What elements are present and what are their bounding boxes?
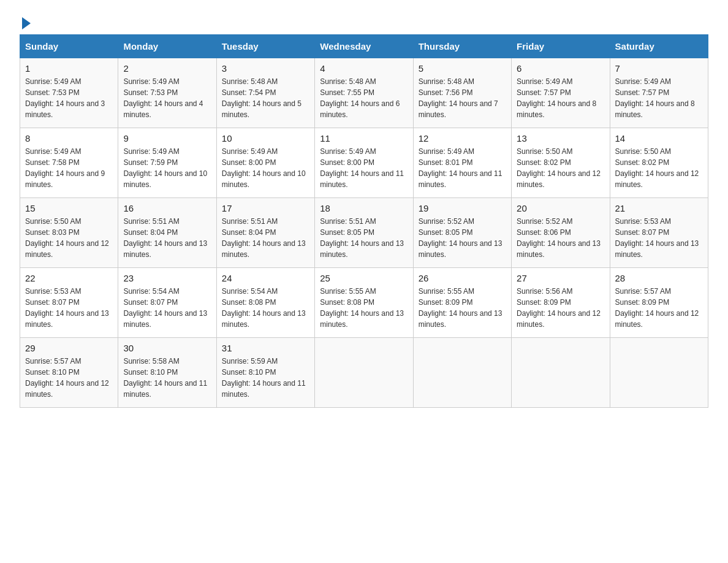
- calendar-cell: 21Sunrise: 5:53 AMSunset: 8:07 PMDayligh…: [610, 198, 708, 268]
- day-number: 5: [419, 63, 506, 74]
- day-info: Sunrise: 5:48 AMSunset: 7:55 PMDaylight:…: [320, 76, 408, 120]
- day-info: Sunrise: 5:55 AMSunset: 8:08 PMDaylight:…: [320, 286, 408, 330]
- day-number: 21: [615, 203, 703, 213]
- calendar-cell: 19Sunrise: 5:52 AMSunset: 8:05 PMDayligh…: [413, 198, 511, 268]
- calendar-cell: 17Sunrise: 5:51 AMSunset: 8:04 PMDayligh…: [216, 198, 314, 268]
- calendar-cell: [315, 338, 413, 408]
- day-number: 15: [25, 203, 113, 213]
- day-number: 8: [25, 133, 113, 144]
- calendar-cell: 28Sunrise: 5:57 AMSunset: 8:09 PMDayligh…: [610, 268, 708, 338]
- day-number: 27: [517, 273, 604, 283]
- day-number: 24: [222, 273, 309, 283]
- calendar-cell: 7Sunrise: 5:49 AMSunset: 7:57 PMDaylight…: [610, 58, 708, 128]
- day-number: 6: [517, 63, 604, 74]
- header-saturday: Saturday: [610, 35, 708, 58]
- day-info: Sunrise: 5:51 AMSunset: 8:04 PMDaylight:…: [222, 216, 309, 260]
- day-info: Sunrise: 5:48 AMSunset: 7:54 PMDaylight:…: [222, 76, 309, 120]
- header-sunday: Sunday: [20, 35, 118, 58]
- calendar-table: SundayMondayTuesdayWednesdayThursdayFrid…: [20, 34, 708, 408]
- day-number: 26: [419, 273, 506, 283]
- day-info: Sunrise: 5:49 AMSunset: 7:58 PMDaylight:…: [25, 146, 113, 190]
- day-info: Sunrise: 5:48 AMSunset: 7:56 PMDaylight:…: [419, 76, 506, 120]
- week-row-1: 1Sunrise: 5:49 AMSunset: 7:53 PMDaylight…: [20, 58, 708, 128]
- day-info: Sunrise: 5:51 AMSunset: 8:04 PMDaylight:…: [123, 216, 211, 260]
- calendar-cell: 30Sunrise: 5:58 AMSunset: 8:10 PMDayligh…: [118, 338, 216, 408]
- day-number: 16: [123, 203, 211, 213]
- calendar-cell: 16Sunrise: 5:51 AMSunset: 8:04 PMDayligh…: [118, 198, 216, 268]
- calendar-cell: 14Sunrise: 5:50 AMSunset: 8:02 PMDayligh…: [610, 128, 708, 198]
- day-number: 13: [517, 133, 604, 144]
- day-info: Sunrise: 5:57 AMSunset: 8:10 PMDaylight:…: [25, 356, 113, 400]
- calendar-cell: 12Sunrise: 5:49 AMSunset: 8:01 PMDayligh…: [413, 128, 511, 198]
- logo: [20, 15, 31, 27]
- calendar-cell: 10Sunrise: 5:49 AMSunset: 8:00 PMDayligh…: [216, 128, 314, 198]
- day-info: Sunrise: 5:52 AMSunset: 8:06 PMDaylight:…: [517, 216, 604, 260]
- calendar-cell: [413, 338, 511, 408]
- week-row-2: 8Sunrise: 5:49 AMSunset: 7:58 PMDaylight…: [20, 128, 708, 198]
- calendar-cell: [610, 338, 708, 408]
- day-info: Sunrise: 5:53 AMSunset: 8:07 PMDaylight:…: [25, 286, 113, 330]
- header-row: SundayMondayTuesdayWednesdayThursdayFrid…: [20, 35, 708, 58]
- day-info: Sunrise: 5:50 AMSunset: 8:03 PMDaylight:…: [25, 216, 113, 260]
- day-number: 1: [25, 63, 113, 74]
- day-info: Sunrise: 5:50 AMSunset: 8:02 PMDaylight:…: [615, 146, 703, 190]
- day-info: Sunrise: 5:54 AMSunset: 8:07 PMDaylight:…: [123, 286, 211, 330]
- calendar-cell: 4Sunrise: 5:48 AMSunset: 7:55 PMDaylight…: [315, 58, 413, 128]
- day-info: Sunrise: 5:52 AMSunset: 8:05 PMDaylight:…: [419, 216, 506, 260]
- day-info: Sunrise: 5:53 AMSunset: 8:07 PMDaylight:…: [615, 216, 703, 260]
- calendar-cell: 27Sunrise: 5:56 AMSunset: 8:09 PMDayligh…: [512, 268, 610, 338]
- day-number: 3: [222, 63, 309, 74]
- calendar-cell: 5Sunrise: 5:48 AMSunset: 7:56 PMDaylight…: [413, 58, 511, 128]
- day-number: 22: [25, 273, 113, 283]
- calendar-cell: 26Sunrise: 5:55 AMSunset: 8:09 PMDayligh…: [413, 268, 511, 338]
- day-number: 18: [320, 203, 408, 213]
- calendar-cell: 20Sunrise: 5:52 AMSunset: 8:06 PMDayligh…: [512, 198, 610, 268]
- day-info: Sunrise: 5:50 AMSunset: 8:02 PMDaylight:…: [517, 146, 604, 190]
- day-info: Sunrise: 5:56 AMSunset: 8:09 PMDaylight:…: [517, 286, 604, 330]
- day-info: Sunrise: 5:59 AMSunset: 8:10 PMDaylight:…: [222, 356, 309, 400]
- day-number: 4: [320, 63, 408, 74]
- day-info: Sunrise: 5:49 AMSunset: 7:59 PMDaylight:…: [123, 146, 211, 190]
- day-number: 20: [517, 203, 604, 213]
- calendar-cell: 2Sunrise: 5:49 AMSunset: 7:53 PMDaylight…: [118, 58, 216, 128]
- calendar-cell: 3Sunrise: 5:48 AMSunset: 7:54 PMDaylight…: [216, 58, 314, 128]
- day-info: Sunrise: 5:49 AMSunset: 7:53 PMDaylight:…: [123, 76, 211, 120]
- day-number: 29: [25, 343, 113, 353]
- day-info: Sunrise: 5:49 AMSunset: 7:53 PMDaylight:…: [25, 76, 113, 120]
- calendar-cell: 9Sunrise: 5:49 AMSunset: 7:59 PMDaylight…: [118, 128, 216, 198]
- day-number: 12: [419, 133, 506, 144]
- header-tuesday: Tuesday: [216, 35, 314, 58]
- day-info: Sunrise: 5:49 AMSunset: 7:57 PMDaylight:…: [615, 76, 703, 120]
- calendar-cell: 22Sunrise: 5:53 AMSunset: 8:07 PMDayligh…: [20, 268, 118, 338]
- calendar-cell: 23Sunrise: 5:54 AMSunset: 8:07 PMDayligh…: [118, 268, 216, 338]
- calendar-cell: 1Sunrise: 5:49 AMSunset: 7:53 PMDaylight…: [20, 58, 118, 128]
- day-info: Sunrise: 5:49 AMSunset: 8:00 PMDaylight:…: [320, 146, 408, 190]
- calendar-cell: 11Sunrise: 5:49 AMSunset: 8:00 PMDayligh…: [315, 128, 413, 198]
- day-number: 9: [123, 133, 211, 144]
- day-info: Sunrise: 5:49 AMSunset: 7:57 PMDaylight:…: [517, 76, 604, 120]
- page-header: [20, 15, 708, 27]
- calendar-cell: 6Sunrise: 5:49 AMSunset: 7:57 PMDaylight…: [512, 58, 610, 128]
- week-row-3: 15Sunrise: 5:50 AMSunset: 8:03 PMDayligh…: [20, 198, 708, 268]
- day-number: 30: [123, 343, 211, 353]
- day-info: Sunrise: 5:54 AMSunset: 8:08 PMDaylight:…: [222, 286, 309, 330]
- day-number: 2: [123, 63, 211, 74]
- day-number: 31: [222, 343, 309, 353]
- day-number: 25: [320, 273, 408, 283]
- calendar-cell: 15Sunrise: 5:50 AMSunset: 8:03 PMDayligh…: [20, 198, 118, 268]
- week-row-5: 29Sunrise: 5:57 AMSunset: 8:10 PMDayligh…: [20, 338, 708, 408]
- calendar-cell: 18Sunrise: 5:51 AMSunset: 8:05 PMDayligh…: [315, 198, 413, 268]
- day-number: 23: [123, 273, 211, 283]
- day-number: 28: [615, 273, 703, 283]
- day-info: Sunrise: 5:57 AMSunset: 8:09 PMDaylight:…: [615, 286, 703, 330]
- header-friday: Friday: [512, 35, 610, 58]
- header-thursday: Thursday: [413, 35, 511, 58]
- day-info: Sunrise: 5:55 AMSunset: 8:09 PMDaylight:…: [419, 286, 506, 330]
- day-info: Sunrise: 5:58 AMSunset: 8:10 PMDaylight:…: [123, 356, 211, 400]
- day-info: Sunrise: 5:49 AMSunset: 8:01 PMDaylight:…: [419, 146, 506, 190]
- day-info: Sunrise: 5:49 AMSunset: 8:00 PMDaylight:…: [222, 146, 309, 190]
- day-number: 19: [419, 203, 506, 213]
- day-number: 17: [222, 203, 309, 213]
- header-monday: Monday: [118, 35, 216, 58]
- calendar-cell: 13Sunrise: 5:50 AMSunset: 8:02 PMDayligh…: [512, 128, 610, 198]
